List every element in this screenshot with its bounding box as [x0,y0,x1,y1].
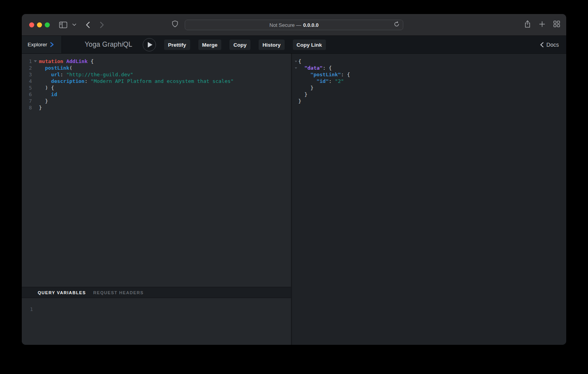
zoom-window-button[interactable] [45,22,50,27]
forward-icon[interactable] [100,21,104,28]
token-pl [39,65,45,71]
fold-arrow-icon[interactable] [32,60,39,62]
token-pl: : [329,78,335,84]
line-number: 6 [22,91,32,98]
tab-request-headers[interactable]: REQUEST HEADERS [93,290,144,295]
graphiql-toolbar: Explorer Yoga GraphiQL Prettify Merge Co… [22,36,566,54]
token-pl: { [298,58,301,64]
copy-link-button[interactable]: Copy Link [293,39,326,50]
token-prop: postLink [45,65,70,71]
history-button[interactable]: History [259,39,285,50]
token-pl: ) { [39,85,54,91]
chevron-right-icon [50,42,54,47]
code-line: 5 ) { [22,84,291,91]
token-pl: : [84,78,91,84]
sidebar-toggle-icon[interactable] [59,21,67,28]
code-text: } [39,104,42,111]
docs-label: Docs [546,42,559,48]
main-area: 1mutation AddLink {2 postLink(3 url: "ht… [22,54,566,345]
play-icon [148,42,152,47]
code-line: 8} [22,104,291,111]
code-line: "id": "2" [294,78,566,84]
token-str: "2" [335,78,344,84]
code-text: } [298,84,313,91]
explorer-toggle[interactable]: Explorer [22,36,62,53]
minimize-window-button[interactable] [37,22,42,27]
token-str: "http://the-guild.dev" [66,72,133,77]
query-pane: 1mutation AddLink {2 postLink(3 url: "ht… [22,54,291,345]
code-text: } [298,98,301,104]
token-def: AddLink [66,58,88,64]
prettify-button[interactable]: Prettify [164,39,190,50]
token-pl: { [88,58,94,64]
window-controls [29,22,50,27]
token-pl: } [39,105,42,111]
page-title: Yoga GraphiQL [83,36,134,53]
privacy-shield-icon[interactable] [172,21,178,29]
address-bar[interactable]: Not Secure — 0.0.0.0 [185,19,403,30]
token-prop: description [51,78,84,84]
merge-button[interactable]: Merge [198,39,222,50]
code-line: 1mutation AddLink { [22,58,291,65]
docs-toggle[interactable]: Docs [540,36,559,53]
chevron-left-icon [540,42,544,47]
code-text: { [298,58,301,65]
code-line: } [294,98,566,104]
response-viewer: { "data": { "postLink": { "id": "2" } }} [292,54,566,104]
variables-line-number: 1 [30,306,33,312]
line-number: 2 [22,65,32,71]
fold-arrow-icon[interactable] [294,67,298,69]
titlebar-actions [524,14,560,35]
code-text: } [39,98,48,104]
response-pane: { "data": { "postLink": { "id": "2" } }} [292,54,566,345]
code-text: ) { [39,84,54,91]
tab-overview-icon[interactable] [553,21,560,29]
token-pl: : [60,72,66,77]
execute-query-button[interactable] [143,38,156,51]
url-group: Not Secure — 0.0.0.0 [172,19,403,30]
variables-tab-bar: QUERY VARIABLES REQUEST HEADERS [22,287,291,298]
code-line: 3 url: "http://the-guild.dev" [22,71,291,78]
share-icon[interactable] [524,20,531,30]
token-kw: mutation [39,58,63,64]
chevron-down-icon[interactable] [72,23,76,26]
code-line: 7 } [22,98,291,104]
line-number: 7 [22,98,32,104]
token-pl [298,65,304,71]
query-variables-editor[interactable]: 1 [22,298,291,345]
reload-icon[interactable] [394,21,399,28]
new-tab-icon[interactable] [539,21,545,29]
query-editor[interactable]: 1mutation AddLink {2 postLink(3 url: "ht… [22,54,291,287]
code-text: } [298,91,307,98]
token-pl: : { [323,65,332,71]
token-pl: } [298,85,313,91]
explorer-label: Explorer [28,42,47,47]
code-line: "data": { [294,65,566,71]
browser-titlebar: Not Secure — 0.0.0.0 [22,14,566,36]
code-line: } [294,91,566,98]
copy-button[interactable]: Copy [229,39,250,50]
code-text: mutation AddLink { [39,58,94,65]
token-pl: } [39,98,48,104]
token-prop: id [51,91,57,97]
line-number: 3 [22,71,32,78]
token-pl: } [298,91,307,97]
line-number: 8 [22,104,32,111]
fold-arrow-icon[interactable] [294,61,298,62]
code-text: "postLink": { [298,71,350,78]
code-text: postLink( [39,65,72,71]
token-pl [39,78,51,84]
close-window-button[interactable] [29,22,34,27]
token-kpurple: "data" [304,65,323,71]
token-pl [39,72,51,77]
back-icon[interactable] [86,21,90,28]
code-text: "data": { [298,65,332,71]
token-pl: ( [69,65,72,71]
tab-query-variables[interactable]: QUERY VARIABLES [38,290,86,295]
code-text: "id": "2" [298,78,344,84]
token-prop: url [51,72,60,77]
code-line: 2 postLink( [22,65,291,71]
token-pl [298,78,317,84]
token-kblue: "id" [317,78,329,84]
browser-window: Not Secure — 0.0.0.0 [22,14,566,345]
